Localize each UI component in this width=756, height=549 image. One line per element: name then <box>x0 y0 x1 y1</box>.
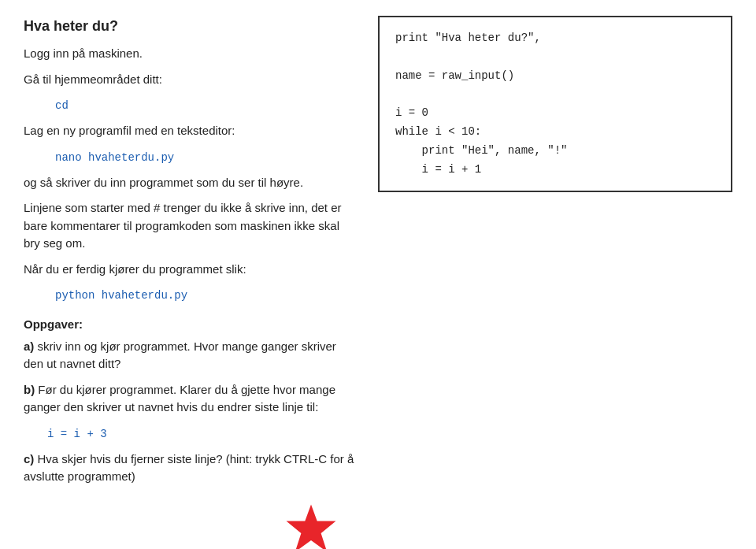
page-wrapper: Hva heter du? Logg inn på maskinen. Gå t… <box>24 16 732 549</box>
task-c: c) Hva skjer hvis du fjerner siste linje… <box>24 451 354 486</box>
nano-command: nano hvaheterdu.py <box>55 151 174 164</box>
cd-code: cd <box>55 99 69 112</box>
task-b-text: Før du kjører programmet. Klarer du å gj… <box>24 383 335 414</box>
task-a-text: skriv inn og kjør programmet. Hvor mange… <box>24 339 336 371</box>
description-2: Linjene som starter med # trenger du ikk… <box>24 199 354 253</box>
page-layout: Hva heter du? Logg inn på maskinen. Gå t… <box>24 16 732 549</box>
code-box: print "Hva heter du?", name = raw_input(… <box>378 16 732 192</box>
page-title: Hva heter du? <box>24 16 354 37</box>
file-creation-text: Lag en ny programfil med en teksteditor: <box>24 122 354 140</box>
task-b-label: b) <box>24 383 35 396</box>
task-a-label: a) <box>24 339 34 353</box>
star-icon <box>284 502 339 550</box>
tasks-label: Oppgaver: <box>24 316 354 334</box>
svg-marker-0 <box>287 504 336 549</box>
task-b-code-container: i = i + 3 <box>47 425 354 443</box>
task-b-code: i = i + 3 <box>47 428 107 440</box>
step-login: Logg inn på maskinen. <box>24 45 354 63</box>
left-column: Hva heter du? Logg inn på maskinen. Gå t… <box>24 16 354 549</box>
python-command-container: python hvaheterdu.py <box>55 286 354 304</box>
task-c-text: Hva skjer hvis du fjerner siste linje? (… <box>24 452 354 484</box>
nano-command-container: nano hvaheterdu.py <box>55 148 354 166</box>
python-command: python hvaheterdu.py <box>55 289 187 302</box>
cd-command: cd <box>55 96 354 114</box>
right-column: print "Hva heter du?", name = raw_input(… <box>378 16 732 549</box>
task-b: b) Før du kjører programmet. Klarer du å… <box>24 381 354 417</box>
task-c-label: c) <box>24 452 34 466</box>
task-a: a) skriv inn og kjør programmet. Hvor ma… <box>24 338 354 373</box>
description-1: og så skriver du inn programmet som du s… <box>24 174 354 192</box>
star-area <box>24 502 354 550</box>
step-home: Gå til hjemmeområdet ditt: <box>24 71 354 89</box>
run-intro: Når du er ferdig kjører du programmet sl… <box>24 261 354 279</box>
